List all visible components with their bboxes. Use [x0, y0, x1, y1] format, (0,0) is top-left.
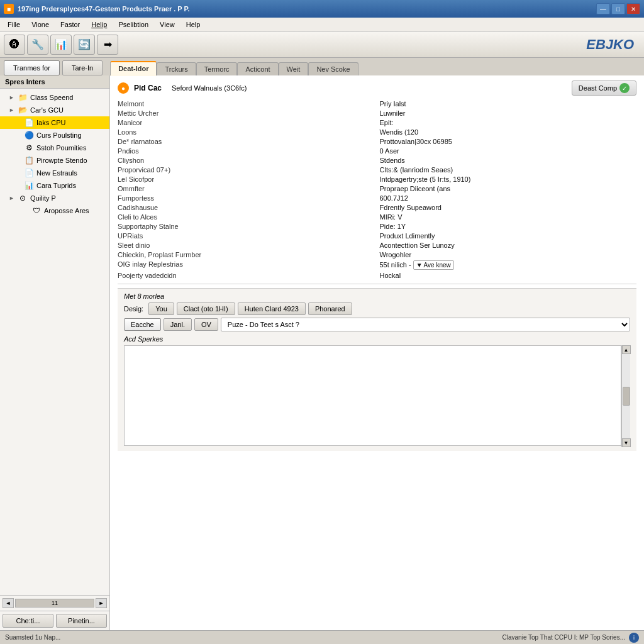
cheti-button[interactable]: Che:ti...: [3, 614, 53, 628]
sidebar-item-label: Cara Tuprids: [36, 182, 76, 189]
menu-bar: Fille Vione Fastor Helip Pselibtion View…: [0, 18, 644, 31]
ave-knew-select[interactable]: ▼ Ave knew: [413, 260, 454, 270]
prop-value-9: Propraep Diiceont (ans: [380, 184, 637, 193]
prop-label-13: Supportaphy Stalne: [118, 222, 375, 231]
tab-deat-idor[interactable]: Deat-Idor: [110, 61, 157, 76]
prop-value-10: 600.7J12: [380, 194, 637, 203]
actions-meta-label: Met 8 morlea: [124, 292, 630, 300]
sidebar-item-label: Quility P: [30, 194, 56, 202]
menu-helip[interactable]: Helip: [86, 19, 112, 30]
pinetin-button[interactable]: Pinetin...: [56, 614, 107, 628]
sidebar-header: Spres Inters: [0, 75, 109, 89]
scroll-up-button[interactable]: ▲: [622, 345, 631, 354]
sidebar-item-cars-gcu[interactable]: ► 📂 Car's GCU: [0, 104, 109, 116]
tab-acticont[interactable]: Acticont: [237, 62, 278, 75]
close-button[interactable]: ✕: [626, 3, 640, 14]
props-header-value: Seford Walnuals (3C6fc): [172, 84, 247, 92]
sidebar-item-sstoh-poumities[interactable]: ⚙ Sstoh Poumities: [0, 142, 109, 154]
prop-label-14: UPRiats: [118, 231, 375, 240]
prop-label-2: Manicor: [118, 118, 375, 127]
props-grid: Melmont Priy Ialst Mettic Urcher Luwnile…: [118, 99, 636, 280]
title-bar-buttons: — □ ✕: [596, 3, 640, 14]
tranmes-for-button[interactable]: Tranmes for: [4, 60, 60, 75]
status-left: Suamsted 1u Nap...: [5, 634, 60, 641]
tab-weit[interactable]: Weit: [279, 62, 309, 75]
prop-label-5: Pndios: [118, 147, 375, 155]
add-speckes-label: Acd Sperkes: [124, 335, 630, 343]
sidebar-item-aroposse-ares[interactable]: 🛡 Aroposse Ares: [0, 204, 109, 217]
scroll-track[interactable]: 11: [15, 599, 94, 608]
tab-nev-scoke[interactable]: Nev Scoke: [308, 62, 358, 75]
prop-label-11: Cadishausue: [118, 203, 375, 212]
status-bar: Suamsted 1u Nap... Clavanie Top That CCP…: [0, 630, 644, 644]
prop-value-4: Prottovalan|30cx 06985: [380, 137, 637, 146]
ov-button[interactable]: OV: [194, 318, 218, 331]
props-header-title: Pid Cac: [134, 84, 162, 92]
actions-row1: Desig: You Clact (oto 1HI) Huten Clard 4…: [124, 303, 630, 315]
you-button[interactable]: You: [148, 303, 174, 315]
doc2-icon: 📄: [24, 168, 34, 178]
prop-label-4: De* rlarnatoas: [118, 137, 375, 146]
scroll-down-button[interactable]: ▼: [622, 438, 631, 447]
speckes-textarea[interactable]: [124, 345, 621, 446]
right-panel: ● Pid Cac Seford Walnuals (3C6fc) Deast …: [110, 75, 644, 630]
scroll-right-button[interactable]: ►: [96, 598, 107, 608]
dest-comp-button[interactable]: Deast Comp ✓: [572, 80, 636, 96]
expand-icon: ►: [9, 94, 15, 101]
sidebar-item-label: Car's GCU: [30, 106, 64, 114]
sidebar-item-class-speend[interactable]: ► 📁 Class Speend: [0, 91, 109, 104]
menu-view[interactable]: View: [155, 19, 180, 30]
huten-button[interactable]: Huten Clard 4923: [238, 303, 306, 315]
scroll-left-button[interactable]: ◄: [3, 598, 14, 608]
toolbar-btn-refresh[interactable]: 🔄: [74, 35, 95, 55]
menu-fastor[interactable]: Fastor: [55, 19, 85, 30]
menu-vione[interactable]: Vione: [26, 19, 54, 30]
check-icon: ✓: [619, 83, 630, 93]
puze-dropdown[interactable]: Puze - Do Teet s Asct ?: [221, 318, 630, 331]
menu-fille[interactable]: Fille: [3, 19, 25, 30]
maximize-button[interactable]: □: [611, 3, 625, 14]
tab-trckurs[interactable]: Trckurs: [157, 62, 196, 75]
prop-value-13: Pide: 1Y: [380, 222, 637, 231]
sidebar-item-new-estrauls[interactable]: 📄 New Estrauls: [0, 167, 109, 179]
sidebar-item-cara-tuprids[interactable]: 📊 Cara Tuprids: [0, 179, 109, 192]
prop-value-1: Luwniler: [380, 109, 637, 118]
prop-value-11: Fdrently Supeaword: [380, 203, 637, 212]
actions-area: Met 8 morlea Desig: You Clact (oto 1HI) …: [118, 288, 636, 451]
status-icon: i: [629, 633, 639, 643]
tab-termorc[interactable]: Termorc: [196, 62, 238, 75]
prop-label-1: Mettic Urcher: [118, 109, 375, 118]
tare-in-button[interactable]: Tare-In: [62, 60, 103, 75]
toolbar-btn-chart[interactable]: 📊: [50, 35, 72, 55]
prop-label-9: Ommfter: [118, 184, 375, 193]
menu-pselibtion[interactable]: Pselibtion: [113, 19, 153, 30]
status-right-text: Clavanie Top That CCPU I: MP Top Sories.…: [502, 634, 625, 641]
prop-label-15: Sleet dinio: [118, 241, 375, 250]
prop-label-18: Poojerty vadedcidn: [118, 271, 375, 280]
prop-value-0: Priy Ialst: [380, 99, 637, 108]
sidebar-item-quility-p[interactable]: ► ⊙ Quility P: [0, 192, 109, 204]
janl-button[interactable]: Janl.: [164, 318, 192, 331]
doc-icon: 📄: [24, 118, 34, 128]
dest-comp-label: Deast Comp: [579, 84, 617, 92]
title-bar-text: 197ing Prdersplyces47-Gestem Products Pr…: [18, 5, 190, 13]
minimize-button[interactable]: —: [596, 3, 610, 14]
toolbar-btn-wrench[interactable]: 🔧: [27, 35, 48, 55]
toolbar-left: 🅐 🔧 📊 🔄 ➡: [4, 35, 118, 55]
sidebar-item-curs-poulsting[interactable]: 🔵 Curs Poulsting: [0, 129, 109, 142]
prop-label-10: Fumportess: [118, 194, 375, 203]
eacche-button[interactable]: Eacche: [124, 318, 161, 331]
expand-icon: ►: [9, 195, 15, 201]
toolbar-btn-arrow[interactable]: ➡: [97, 35, 118, 55]
folder-icon: 📁: [18, 92, 28, 103]
clact-button[interactable]: Clact (oto 1HI): [177, 303, 235, 315]
phonared-button[interactable]: Phonared: [308, 303, 352, 315]
prop-label-0: Melmont: [118, 99, 375, 108]
menu-help[interactable]: Help: [181, 19, 206, 30]
sidebar-item-iaks-cpu[interactable]: 📄 Iaks CPU: [0, 116, 109, 129]
prop-value-7: Clts:& (Ianriodm Seaes): [380, 165, 637, 174]
toolbar-btn-a[interactable]: 🅐: [4, 35, 25, 55]
prop-label-16: Chieckin, Proplast Furmber: [118, 250, 375, 259]
sidebar-item-label: Class Speend: [30, 94, 74, 101]
sidebar-item-pirowpte-stendo[interactable]: 📋 Pirowpte Stendo: [0, 154, 109, 167]
